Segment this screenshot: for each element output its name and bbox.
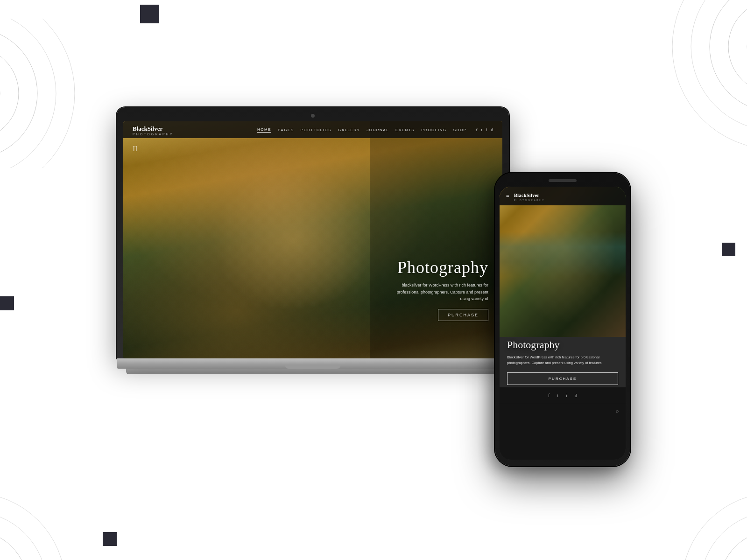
hamburger-icon[interactable]: ≡ bbox=[506, 193, 509, 200]
phone-social-instagram[interactable]: i bbox=[566, 393, 567, 398]
nav-link-gallery[interactable]: GALLERY bbox=[338, 128, 360, 132]
laptop-social-icons: f t i d bbox=[476, 127, 493, 132]
phone-social-twitter[interactable]: t bbox=[557, 393, 558, 398]
laptop-mockup: BlackSilver PHOTOGRAPHY HOME PAGES PORTF… bbox=[117, 107, 509, 374]
nav-link-proofing[interactable]: PROOFING bbox=[421, 128, 447, 132]
nav-link-pages[interactable]: PAGES bbox=[278, 128, 294, 132]
laptop-hero-section: Photography blacksilver for WordPress wi… bbox=[386, 258, 488, 321]
phone-screen-content: ≡ BlackSilver PHOTOGRAPHY Photography Bl… bbox=[500, 187, 626, 460]
phone-photo-background bbox=[500, 187, 626, 337]
phone-logo: BlackSilver PHOTOGRAPHY bbox=[514, 190, 545, 202]
laptop-dark-right-overlay bbox=[370, 121, 502, 358]
phone-outer-shell: ≡ BlackSilver PHOTOGRAPHY Photography Bl… bbox=[495, 173, 630, 466]
devices-container: BlackSilver PHOTOGRAPHY HOME PAGES PORTF… bbox=[117, 70, 630, 490]
nav-link-journal[interactable]: JOURNAL bbox=[366, 128, 389, 132]
nav-link-home[interactable]: HOME bbox=[257, 127, 271, 133]
phone-search-bar: ⌕ bbox=[500, 403, 626, 418]
phone-hero-title: Photography bbox=[507, 339, 618, 351]
laptop-outer-shell: BlackSilver PHOTOGRAPHY HOME PAGES PORTF… bbox=[117, 107, 509, 358]
main-content: BlackSilver PHOTOGRAPHY HOME PAGES PORTF… bbox=[0, 0, 747, 560]
phone-mockup: ≡ BlackSilver PHOTOGRAPHY Photography Bl… bbox=[495, 173, 630, 466]
phone-logo-name: BlackSilver bbox=[514, 192, 539, 198]
social-icon-instagram[interactable]: i bbox=[486, 127, 487, 132]
laptop-nav-links: HOME PAGES PORTFOLIOS GALLERY JOURNAL EV… bbox=[257, 127, 466, 133]
phone-social-bar: f t i d bbox=[500, 387, 626, 403]
pause-icon[interactable]: II bbox=[133, 145, 138, 153]
phone-bottom-bar: f t i d ⌕ bbox=[500, 387, 626, 460]
laptop-base bbox=[117, 358, 509, 369]
phone-logo-subtitle: PHOTOGRAPHY bbox=[514, 199, 545, 202]
phone-social-pinterest[interactable]: d bbox=[575, 393, 577, 398]
laptop-screen-content: BlackSilver PHOTOGRAPHY HOME PAGES PORTF… bbox=[123, 121, 502, 358]
laptop-foot bbox=[126, 369, 500, 374]
laptop-hero-description: blacksilver for WordPress with rich feat… bbox=[386, 282, 488, 302]
laptop-hero-title: Photography bbox=[386, 258, 488, 277]
social-icon-pinterest[interactable]: d bbox=[491, 127, 493, 132]
phone-search-icon[interactable]: ⌕ bbox=[616, 408, 619, 413]
phone-photo-radial bbox=[500, 187, 626, 337]
nav-link-shop[interactable]: SHOP bbox=[453, 128, 467, 132]
social-icon-facebook[interactable]: f bbox=[476, 127, 477, 132]
phone-hero-section: Photography Blacksilver for WordPress wi… bbox=[500, 339, 626, 385]
laptop-logo: BlackSilver PHOTOGRAPHY bbox=[133, 124, 173, 136]
phone-purchase-button[interactable]: Purchase bbox=[507, 372, 618, 385]
phone-navigation: ≡ BlackSilver PHOTOGRAPHY bbox=[500, 187, 626, 205]
nav-link-events[interactable]: EVENTS bbox=[395, 128, 415, 132]
laptop-logo-subtitle: PHOTOGRAPHY bbox=[133, 133, 173, 136]
phone-screen: ≡ BlackSilver PHOTOGRAPHY Photography Bl… bbox=[500, 187, 626, 460]
nav-link-portfolios[interactable]: PORTFOLIOS bbox=[301, 128, 331, 132]
phone-hero-description: Blacksilver for WordPress with rich feat… bbox=[507, 355, 618, 366]
laptop-screen: BlackSilver PHOTOGRAPHY HOME PAGES PORTF… bbox=[123, 121, 502, 358]
phone-speaker bbox=[549, 179, 577, 182]
laptop-navigation: BlackSilver PHOTOGRAPHY HOME PAGES PORTF… bbox=[123, 121, 502, 138]
laptop-camera bbox=[311, 114, 315, 118]
social-icon-twitter[interactable]: t bbox=[481, 127, 482, 132]
laptop-logo-name: BlackSilver bbox=[133, 125, 162, 132]
laptop-purchase-button[interactable]: Purchase bbox=[438, 309, 488, 321]
phone-social-facebook[interactable]: f bbox=[548, 393, 550, 398]
